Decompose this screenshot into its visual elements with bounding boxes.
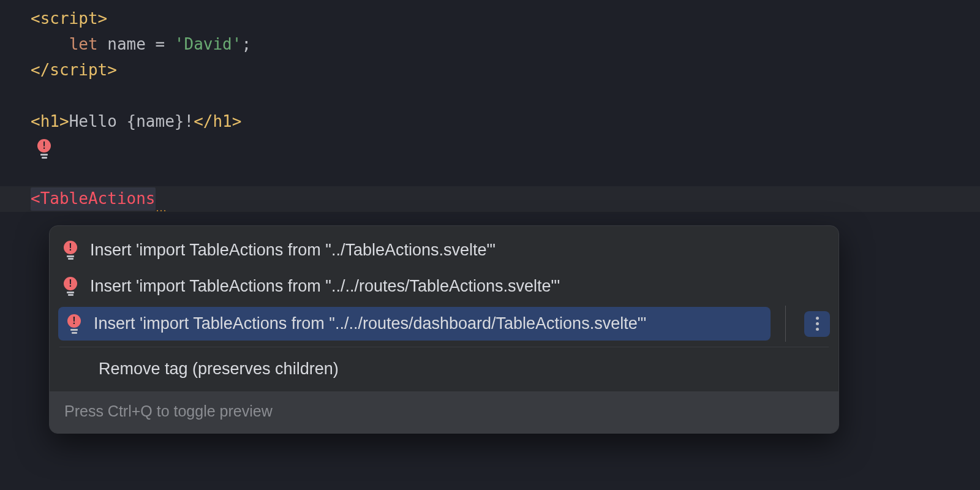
code-line[interactable]: let name = 'David'; <box>0 32 980 58</box>
bulb-base-icon <box>68 258 74 260</box>
intention-item-label: Insert 'import TableActions from "../../… <box>94 312 646 336</box>
bulb-head-icon: ! <box>37 139 51 153</box>
intention-bulb-icon: ! <box>66 314 83 334</box>
bulb-head-icon: ! <box>64 241 77 254</box>
bulb-base-icon <box>42 157 47 159</box>
intention-item[interactable]: ! Insert 'import TableActions from "../T… <box>50 232 839 268</box>
tag-close-bracket: > <box>107 59 117 82</box>
semicolon: ; <box>241 33 251 56</box>
bulb-head-icon: ! <box>67 314 81 328</box>
tag-name: h1 <box>40 110 59 134</box>
bulb-base-icon <box>68 294 74 296</box>
text-content: ! <box>184 110 194 134</box>
error-squiggle-icon <box>156 187 165 211</box>
tag-open-bracket: < <box>31 189 40 208</box>
tag-name: h1 <box>213 110 232 134</box>
code-editor[interactable]: <script> let name = 'David'; </script> <… <box>0 0 980 490</box>
text-content: Hello <box>69 110 127 134</box>
code-line[interactable]: </script> <box>0 58 980 83</box>
intention-item[interactable]: ! Insert 'import TableActions from "../.… <box>50 268 839 304</box>
code-line-empty[interactable] <box>0 83 980 109</box>
tag-close-bracket: > <box>59 110 69 134</box>
more-options-button[interactable] <box>804 311 830 337</box>
intention-item-label: Remove tag (preserves children) <box>99 357 339 381</box>
tag-open-bracket: < <box>31 7 40 31</box>
string-value: David <box>184 33 232 56</box>
intention-item-selected[interactable]: ! Insert 'import TableActions from "../.… <box>50 304 839 343</box>
identifier: name <box>107 33 146 56</box>
bulb-base-icon <box>67 292 74 293</box>
tag-close-bracket: > <box>98 7 108 31</box>
popup-separator <box>59 347 829 347</box>
code-line-empty[interactable] <box>0 160 980 186</box>
tag-name: script <box>40 7 98 31</box>
brace-open: { <box>127 110 137 134</box>
component-name-error: TableActions <box>40 189 156 208</box>
code-line-current[interactable]: <TableActions <box>0 186 980 212</box>
bulb-base-icon <box>67 255 74 257</box>
brace-close: } <box>175 110 184 134</box>
intention-bulb-icon[interactable]: ! <box>36 139 53 159</box>
tag-open-bracket: </ <box>31 59 50 82</box>
popup-footer-hint: Press Ctrl+Q to toggle preview <box>50 391 839 433</box>
tag-name: script <box>50 59 107 82</box>
code-line[interactable]: <script> <box>0 6 980 32</box>
kebab-icon <box>816 317 819 331</box>
footer-hint-text: Press Ctrl+Q to toggle preview <box>64 402 273 420</box>
tag-open-bracket: < <box>31 110 40 134</box>
bulb-head-icon: ! <box>64 277 77 290</box>
intention-item-label: Insert 'import TableActions from "../Tab… <box>90 238 496 262</box>
bulb-base-icon <box>40 154 48 156</box>
string-quote: ' <box>232 33 242 56</box>
vertical-divider <box>785 306 786 342</box>
expression: name <box>136 110 175 134</box>
indent <box>31 33 69 56</box>
tag-open-bracket: </ <box>194 110 213 134</box>
bulb-base-icon <box>72 332 77 334</box>
tag-close-bracket: > <box>232 110 242 134</box>
intention-popup: ! Insert 'import TableActions from "../T… <box>49 225 839 434</box>
code-line[interactable]: <h1>Hello {name}!</h1> <box>0 109 980 135</box>
intention-bulb-icon: ! <box>62 277 79 296</box>
string-quote: ' <box>175 33 184 56</box>
operator-equals: = <box>146 33 175 56</box>
intention-item[interactable]: Remove tag (preserves children) <box>50 351 839 387</box>
intention-item-label: Insert 'import TableActions from "../../… <box>90 274 560 298</box>
bulb-base-icon <box>70 329 78 331</box>
keyword-let: let <box>69 33 98 56</box>
gutter-bulb-row[interactable]: ! <box>0 135 980 160</box>
intention-bulb-icon: ! <box>62 241 79 260</box>
